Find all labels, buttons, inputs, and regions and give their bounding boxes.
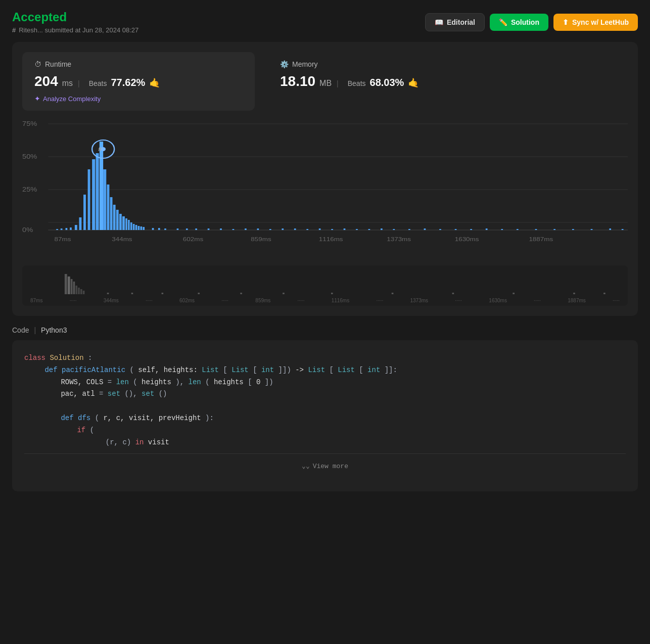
svg-rect-45: [220, 228, 222, 230]
svg-rect-53: [319, 228, 321, 230]
svg-rect-82: [65, 274, 67, 294]
svg-rect-89: [83, 291, 85, 294]
svg-rect-69: [553, 229, 555, 230]
svg-rect-88: [80, 289, 82, 294]
svg-rect-54: [331, 229, 333, 230]
svg-rect-30: [125, 218, 127, 230]
svg-text:75%: 75%: [22, 120, 37, 127]
editorial-button[interactable]: 📖 Editorial: [425, 13, 485, 31]
svg-rect-70: [572, 229, 574, 230]
code-line-5: [24, 400, 626, 412]
svg-rect-52: [306, 229, 308, 230]
svg-rect-85: [73, 282, 75, 294]
svg-text:859ms: 859ms: [251, 236, 271, 243]
mini-x-label-dots-5: ·····: [376, 298, 383, 303]
svg-rect-98: [452, 293, 454, 294]
svg-rect-29: [122, 216, 125, 230]
svg-rect-24: [107, 185, 109, 230]
svg-text:1116ms: 1116ms: [319, 236, 343, 243]
chevron-down-icon: ⌄⌄: [302, 461, 310, 472]
mini-x-label-dots-8: ·····: [613, 298, 620, 303]
svg-rect-35: [138, 226, 140, 230]
svg-rect-51: [294, 228, 296, 230]
sparkle-icon: ✦: [34, 95, 40, 103]
svg-rect-40: [164, 228, 166, 230]
svg-text:602ms: 602ms: [183, 236, 203, 243]
memory-unit: MB: [319, 79, 332, 88]
memory-beats-value: 68.03%: [370, 77, 404, 88]
memory-value: 18.10: [280, 73, 315, 89]
svg-rect-50: [282, 228, 284, 230]
sync-button[interactable]: ⬆ Sync w/ LeetHub: [553, 14, 638, 31]
memory-label: ⚙️ Memory: [280, 60, 616, 68]
runtime-beats-value: 77.62%: [111, 77, 146, 88]
runtime-value: 204: [34, 73, 58, 89]
svg-rect-23: [103, 169, 106, 230]
svg-rect-73: [622, 229, 624, 230]
svg-rect-16: [88, 169, 90, 230]
mini-x-label-dots-3: ·····: [221, 298, 228, 303]
mini-x-label-dots-1: ·····: [70, 298, 77, 303]
svg-rect-57: [368, 229, 370, 230]
solution-button[interactable]: ✏️ Solution: [490, 14, 548, 31]
mini-x-label-dots-2: ·····: [146, 298, 153, 303]
svg-text:0%: 0%: [22, 226, 33, 233]
svg-text:1630ms: 1630ms: [455, 236, 479, 243]
svg-rect-18: [96, 153, 99, 230]
svg-text:344ms: 344ms: [112, 236, 132, 243]
svg-rect-63: [455, 229, 457, 230]
svg-rect-42: [186, 228, 188, 230]
svg-rect-48: [257, 228, 259, 230]
memory-box: ⚙️ Memory 18.10 MB | Beats 68.03% 🤙: [265, 52, 628, 111]
svg-text:#: #: [98, 147, 102, 152]
edit-icon: ✏️: [499, 18, 507, 26]
svg-rect-71: [591, 229, 593, 230]
svg-rect-62: [439, 229, 441, 230]
svg-rect-95: [283, 293, 285, 294]
svg-rect-44: [208, 228, 210, 230]
mini-chart-svg: [28, 271, 622, 294]
svg-rect-84: [71, 279, 73, 294]
svg-rect-25: [110, 197, 113, 230]
runtime-value-row: 204 ms | Beats 77.62% 🤙: [34, 73, 243, 89]
code-label: Code: [12, 326, 29, 334]
svg-rect-60: [408, 229, 410, 230]
code-header: Code | Python3: [12, 326, 638, 334]
svg-rect-83: [68, 277, 70, 294]
view-more-button[interactable]: ⌄⌄ View more: [24, 453, 626, 479]
svg-rect-67: [517, 229, 519, 230]
svg-rect-28: [119, 214, 122, 230]
code-line-2: def pacificAtlantic ( self, heights: Lis…: [24, 364, 626, 377]
code-section: Code | Python3 class Solution : def paci…: [12, 326, 638, 491]
chart-container: 75% 50% 25% 0%: [22, 119, 628, 306]
svg-rect-90: [107, 293, 109, 294]
mini-x-labels: 87ms ····· 344ms ····· 602ms ····· 859ms…: [28, 298, 622, 303]
main-card: ⏱ Runtime 204 ms | Beats 77.62% 🤙 ✦ Anal…: [12, 42, 638, 316]
mini-x-label-4: 859ms: [255, 298, 270, 303]
code-line-6: def dfs ( r, c, visit, prevHeight ):: [24, 412, 626, 425]
svg-rect-96: [331, 293, 333, 294]
svg-rect-32: [130, 222, 132, 230]
page-header: Accepted # Ritesh... submitted at Jun 28…: [12, 10, 638, 34]
svg-rect-72: [609, 228, 611, 230]
code-line-4: pac, atl = set (), set (): [24, 388, 626, 400]
svg-rect-99: [513, 293, 515, 294]
clock-icon: ⏱: [34, 60, 41, 68]
svg-rect-19: [100, 142, 103, 230]
svg-rect-65: [486, 228, 488, 230]
svg-rect-9: [56, 229, 58, 230]
analyze-complexity-button[interactable]: ✦ Analyze Complexity: [34, 95, 243, 103]
svg-rect-66: [501, 229, 503, 230]
svg-rect-17: [92, 159, 95, 230]
svg-rect-61: [424, 228, 426, 230]
svg-rect-92: [162, 293, 164, 294]
header-left: Accepted # Ritesh... submitted at Jun 28…: [12, 10, 138, 34]
hash-icon: #: [12, 26, 16, 34]
mini-chart: 87ms ····· 344ms ····· 602ms ····· 859ms…: [22, 265, 628, 306]
svg-rect-93: [198, 293, 200, 294]
wave-emoji-memory: 🤙: [408, 77, 419, 88]
svg-rect-56: [356, 229, 358, 230]
mini-x-label-8: 1887ms: [568, 298, 586, 303]
svg-rect-41: [177, 228, 179, 230]
accepted-status: Accepted: [12, 10, 138, 24]
